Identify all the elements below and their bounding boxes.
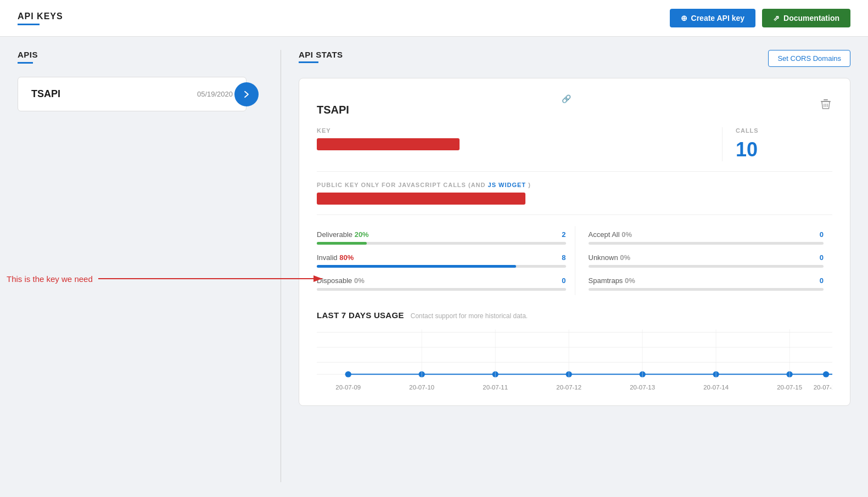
annotation-wrapper: This is the key we need	[7, 270, 329, 287]
delete-icon[interactable]	[819, 98, 832, 113]
public-key-value-redacted	[317, 193, 525, 205]
last7-header: LAST 7 DAYS USAGE Contact support for mo…	[317, 310, 832, 320]
chart-date-2: 20-07-10	[409, 384, 434, 391]
stat-accept-all-pct: 0%	[621, 230, 632, 239]
stat-invalid: Invalid 80% 8	[317, 249, 575, 272]
stat-spamtraps: Spamtraps 0% 0	[589, 272, 833, 295]
key-calls-row: KEY CALLS 10	[317, 127, 832, 172]
add-icon: ⊕	[681, 14, 687, 22]
stat-unknown: Unknown 0% 0	[589, 249, 833, 272]
left-panel: APIs TSAPI 05/19/2020 This is the key we…	[18, 50, 281, 482]
chart-date-1: 20-07-09	[335, 384, 361, 391]
stat-accept-all: Accept All 0% 0	[589, 226, 833, 249]
create-button-label: Create API key	[691, 14, 745, 22]
key-section: KEY	[317, 127, 723, 161]
documentation-button[interactable]: ⇗ Documentation	[762, 9, 850, 27]
last7-section: LAST 7 DAYS USAGE Contact support for mo…	[317, 310, 832, 392]
stat-invalid-count: 8	[562, 253, 565, 262]
stat-accept-all-name: Accept All 0%	[589, 230, 632, 239]
page-title: API KEYS	[18, 12, 63, 21]
api-card[interactable]: TSAPI 05/19/2020	[18, 77, 247, 111]
stats-card: 🔗 TSAPI KEY	[299, 78, 850, 406]
stat-deliverable-name: Deliverable 20%	[317, 230, 369, 239]
key-value-redacted	[317, 138, 460, 150]
stat-spamtraps-count: 0	[820, 276, 824, 285]
stats-right-col: Accept All 0% 0 Unknown 0% 0	[575, 226, 833, 295]
stat-deliverable-pct: 20%	[355, 230, 369, 239]
stat-spamtraps-track	[589, 288, 824, 291]
page-header: API KEYS ⊕ Create API key ⇗ Documentatio…	[0, 0, 868, 37]
stat-deliverable: Deliverable 20% 2	[317, 226, 575, 249]
annotation-text: This is the key we need	[7, 274, 93, 284]
stats-left-col: Deliverable 20% 2 Invalid 80% 8	[317, 226, 575, 295]
api-card-row: TSAPI 05/19/2020	[18, 77, 259, 111]
docs-button-label: Documentation	[783, 14, 839, 22]
stat-accept-all-count: 0	[820, 230, 824, 239]
api-expand-button[interactable]	[234, 82, 259, 106]
stat-disposable-pct: 0%	[354, 276, 365, 285]
stat-disposable: Disposable 0% 0	[317, 272, 575, 295]
apis-underline	[18, 62, 33, 64]
stat-unknown-track	[589, 265, 824, 268]
stat-deliverable-track	[317, 242, 566, 245]
chart-date-4: 20-07-12	[556, 384, 581, 391]
chart-date-6: 20-07-14	[703, 384, 729, 391]
stats-card-name-wrap: 🔗 TSAPI	[317, 94, 819, 116]
stat-unknown-name: Unknown 0%	[589, 253, 631, 262]
stat-accept-all-track	[589, 242, 824, 245]
set-cors-domains-button[interactable]: Set CORS Domains	[768, 50, 850, 67]
stat-invalid-name: Invalid 80%	[317, 253, 354, 262]
stat-accept-all-header: Accept All 0% 0	[589, 230, 824, 239]
apis-title: APIs	[18, 50, 38, 59]
public-key-label: PUBLIC KEY ONLY FOR JAVASCRIPT CALLS (AN…	[317, 182, 832, 188]
js-widget-link[interactable]: JS WIDGET	[488, 182, 527, 188]
title-underline	[18, 24, 40, 25]
api-card-name: TSAPI	[31, 88, 60, 100]
create-api-key-button[interactable]: ⊕ Create API key	[670, 9, 756, 27]
stat-spamtraps-pct: 0%	[625, 276, 635, 285]
stat-deliverable-count: 2	[562, 230, 565, 239]
stat-invalid-pct: 80%	[339, 253, 354, 262]
calls-value: 10	[736, 138, 832, 161]
stat-invalid-track	[317, 265, 566, 268]
calls-section: CALLS 10	[723, 127, 832, 161]
stat-unknown-header: Unknown 0% 0	[589, 253, 824, 262]
api-stats-underline	[299, 61, 318, 63]
last7-subtitle: Contact support for more historical data…	[411, 312, 528, 320]
stat-disposable-name: Disposable 0%	[317, 276, 365, 285]
chart-area: 20-07-09 20-07-10 20-07-11 20-07-12 20-0…	[317, 326, 832, 392]
right-header: API STATS Set CORS Domains	[299, 50, 850, 67]
chart-date-8: 20-07-16	[814, 384, 832, 391]
trash-svg	[819, 98, 832, 111]
stats-api-name: TSAPI	[317, 104, 819, 116]
calls-label: CALLS	[736, 127, 832, 134]
stat-deliverable-header: Deliverable 20% 2	[317, 230, 566, 239]
usage-chart: 20-07-09 20-07-10 20-07-11 20-07-12 20-0…	[317, 326, 832, 392]
public-key-suffix: )	[528, 182, 531, 188]
stat-unknown-pct: 0%	[620, 253, 630, 262]
stat-unknown-count: 0	[820, 253, 824, 262]
key-label: KEY	[317, 127, 709, 134]
chart-date-3: 20-07-11	[483, 384, 508, 391]
api-card-date: 05/19/2020	[197, 90, 233, 98]
main-layout: APIs TSAPI 05/19/2020 This is the key we…	[0, 37, 868, 495]
stat-disposable-header: Disposable 0% 0	[317, 276, 566, 285]
svg-rect-3	[824, 99, 828, 100]
right-panel: API STATS Set CORS Domains 🔗 TSAPI	[281, 50, 850, 482]
public-key-label-text: PUBLIC KEY ONLY FOR JAVASCRIPT CALLS (AN…	[317, 182, 485, 188]
stat-spamtraps-header: Spamtraps 0% 0	[589, 276, 824, 285]
stat-invalid-bar	[317, 265, 516, 268]
last7-title: LAST 7 DAYS USAGE	[317, 310, 404, 320]
stats-grid: Deliverable 20% 2 Invalid 80% 8	[317, 226, 832, 295]
stat-invalid-header: Invalid 80% 8	[317, 253, 566, 262]
stat-disposable-count: 0	[562, 276, 565, 285]
stat-deliverable-bar	[317, 242, 367, 245]
chart-point-1	[345, 371, 351, 377]
chevron-right-icon	[242, 89, 251, 99]
chart-point-8	[823, 371, 829, 377]
api-stats-title: API STATS	[299, 50, 343, 59]
stats-card-header: 🔗 TSAPI	[317, 94, 832, 116]
apis-section-title: APIs	[18, 50, 259, 64]
stat-disposable-track	[317, 288, 566, 291]
link-icon-2: 🔗	[562, 94, 571, 103]
